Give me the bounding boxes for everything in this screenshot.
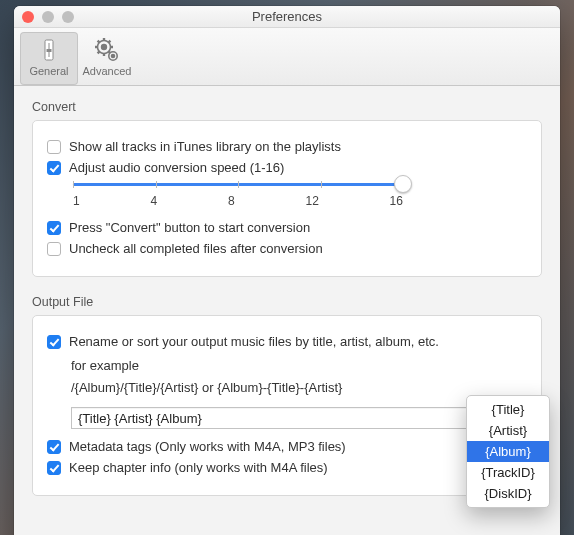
tag-picker-item[interactable]: {DiskID} xyxy=(467,483,549,504)
checkbox-metadata[interactable] xyxy=(47,440,61,454)
gear-icon xyxy=(78,35,136,65)
tab-general-label: General xyxy=(20,65,78,77)
group-convert: Show all tracks in iTunes library on the… xyxy=(32,120,542,277)
svg-line-12 xyxy=(109,41,111,43)
slider-tick-label: 8 xyxy=(228,194,235,208)
tab-advanced-label: Advanced xyxy=(78,65,136,77)
label-metadata: Metadata tags (Only works with M4A, MP3 … xyxy=(69,439,346,454)
slider-tick-label: 16 xyxy=(390,194,403,208)
slider-tick xyxy=(238,181,239,188)
example-pattern: /{Album}/{Title}/{Artist} or {Album}-{Ti… xyxy=(71,377,527,399)
zoom-icon[interactable] xyxy=(62,11,74,23)
svg-line-11 xyxy=(98,52,100,54)
label-chapter: Keep chapter info (only works with M4A f… xyxy=(69,460,328,475)
svg-point-14 xyxy=(112,55,115,58)
slider-tick xyxy=(321,181,322,188)
slider-track xyxy=(73,183,403,186)
label-show-all-tracks: Show all tracks in iTunes library on the… xyxy=(69,139,341,154)
slider-tick-label: 4 xyxy=(150,194,157,208)
window-title: Preferences xyxy=(14,9,560,24)
checkbox-uncheck-completed[interactable] xyxy=(47,242,61,256)
svg-rect-2 xyxy=(47,49,52,52)
group-label-convert: Convert xyxy=(32,100,542,114)
slider-thumb[interactable] xyxy=(394,175,412,193)
row-chapter: Keep chapter info (only works with M4A f… xyxy=(47,460,527,475)
toolbar: General xyxy=(14,28,560,86)
slider-tick xyxy=(73,181,74,188)
group-label-output: Output File xyxy=(32,295,542,309)
slider-tick xyxy=(156,181,157,188)
speed-slider[interactable]: 1481216 xyxy=(73,183,403,208)
label-uncheck-completed: Uncheck all completed files after conver… xyxy=(69,241,323,256)
tag-picker-menu[interactable]: {Title}{Artist}{Album}{TrackID}{DiskID} xyxy=(466,395,550,508)
tab-advanced[interactable]: Advanced xyxy=(78,32,136,85)
window-controls xyxy=(22,11,74,23)
row-uncheck-completed: Uncheck all completed files after conver… xyxy=(47,241,527,256)
svg-line-9 xyxy=(98,41,100,43)
pattern-row xyxy=(71,407,527,429)
example-intro: for example xyxy=(71,355,527,377)
close-icon[interactable] xyxy=(22,11,34,23)
checkbox-press-convert[interactable] xyxy=(47,221,61,235)
slider-tick-label: 1 xyxy=(73,194,80,208)
label-rename: Rename or sort your output music files b… xyxy=(69,334,439,349)
label-adjust-speed: Adjust audio conversion speed (1-16) xyxy=(69,160,284,175)
checkbox-rename[interactable] xyxy=(47,335,61,349)
label-press-convert: Press "Convert" button to start conversi… xyxy=(69,220,310,235)
titlebar: Preferences xyxy=(14,6,560,28)
tag-picker-item[interactable]: {Artist} xyxy=(467,420,549,441)
row-rename: Rename or sort your output music files b… xyxy=(47,334,527,349)
slider-icon xyxy=(20,35,78,65)
tab-general[interactable]: General xyxy=(20,32,78,85)
tag-picker-item[interactable]: {Title} xyxy=(467,399,549,420)
minimize-icon[interactable] xyxy=(42,11,54,23)
tag-picker-item[interactable]: {TrackID} xyxy=(467,462,549,483)
pattern-input[interactable] xyxy=(71,407,495,429)
row-adjust-speed: Adjust audio conversion speed (1-16) xyxy=(47,160,527,175)
slider-tick-label: 12 xyxy=(305,194,318,208)
row-press-convert: Press "Convert" button to start conversi… xyxy=(47,220,527,235)
slider-labels: 1481216 xyxy=(73,194,403,208)
tag-picker-item[interactable]: {Album} xyxy=(467,441,549,462)
row-metadata: Metadata tags (Only works with M4A, MP3 … xyxy=(47,439,527,454)
checkbox-chapter[interactable] xyxy=(47,461,61,475)
checkbox-adjust-speed[interactable] xyxy=(47,161,61,175)
row-show-all-tracks: Show all tracks in iTunes library on the… xyxy=(47,139,527,154)
checkbox-show-all-tracks[interactable] xyxy=(47,140,61,154)
svg-point-4 xyxy=(102,45,107,50)
